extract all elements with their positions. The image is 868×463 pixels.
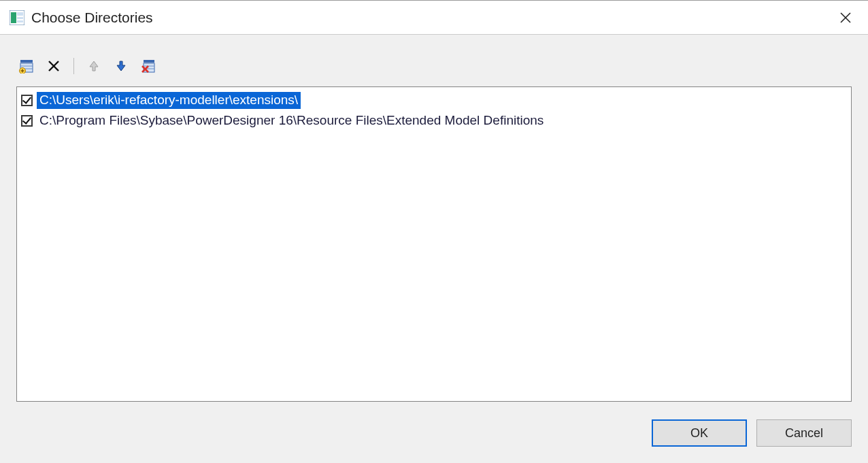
remove-x-icon xyxy=(47,59,61,73)
svg-rect-3 xyxy=(17,17,23,19)
close-button[interactable] xyxy=(830,2,861,33)
move-up-button[interactable] xyxy=(86,59,101,74)
directory-path[interactable]: C:\Users\erik\i-refactory-modeller\exten… xyxy=(37,92,301,109)
arrow-down-icon xyxy=(115,59,127,73)
svg-rect-2 xyxy=(17,12,23,16)
svg-rect-7 xyxy=(20,60,33,63)
svg-rect-17 xyxy=(144,63,154,72)
window-title: Choose Directories xyxy=(31,10,830,26)
app-icon xyxy=(10,10,24,25)
directory-path[interactable]: C:\Program Files\Sybase\PowerDesigner 16… xyxy=(37,112,546,129)
move-down-button[interactable] xyxy=(114,59,129,74)
cancel-button[interactable]: Cancel xyxy=(756,419,852,447)
svg-rect-4 xyxy=(17,20,23,22)
directory-row[interactable]: C:\Program Files\Sybase\PowerDesigner 16… xyxy=(21,110,847,131)
remove-invalid-icon xyxy=(141,59,156,74)
svg-rect-1 xyxy=(11,12,16,23)
directory-listbox[interactable]: C:\Users\erik\i-refactory-modeller\exten… xyxy=(16,86,852,402)
directory-row[interactable]: C:\Users\erik\i-refactory-modeller\exten… xyxy=(21,90,847,110)
arrow-up-icon xyxy=(88,59,100,73)
ok-button[interactable]: OK xyxy=(652,419,747,447)
directory-checkbox[interactable] xyxy=(21,115,33,127)
add-directory-icon xyxy=(19,59,34,74)
remove-invalid-button[interactable] xyxy=(141,59,156,74)
svg-rect-16 xyxy=(144,60,154,63)
toolbar-separator xyxy=(73,58,74,74)
add-directory-button[interactable] xyxy=(19,59,34,74)
toolbar xyxy=(16,51,852,86)
directory-checkbox[interactable] xyxy=(21,95,33,106)
titlebar: Choose Directories xyxy=(0,1,868,35)
dialog-button-row: OK Cancel xyxy=(16,402,852,447)
delete-button[interactable] xyxy=(46,59,61,74)
dialog-body: C:\Users\erik\i-refactory-modeller\exten… xyxy=(0,35,868,463)
close-icon xyxy=(839,12,852,24)
